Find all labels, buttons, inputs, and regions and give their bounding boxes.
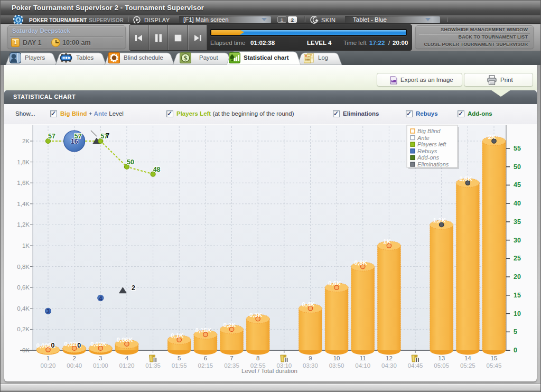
svg-text:01:00: 01:00 — [93, 362, 108, 369]
ante-label: Ante — [94, 110, 108, 117]
tab-label-players[interactable]: Players — [25, 54, 45, 61]
svg-text:15: 15 — [514, 292, 521, 299]
level-progress-bar — [210, 29, 407, 36]
stop-button[interactable] — [169, 25, 188, 51]
svg-text:0: 0 — [51, 342, 55, 349]
management-buttons-box: SHOW/HIDE MANAGEMENT WINDOW BACK TO TOUR… — [415, 25, 534, 49]
svg-text:4: 4 — [99, 295, 102, 302]
svg-text:6: 6 — [204, 355, 207, 361]
svg-text:0,8K: 0,8K — [17, 264, 30, 270]
break-icon — [150, 355, 157, 362]
eliminations-checkbox[interactable] — [333, 110, 340, 117]
players-left-checkbox[interactable] — [166, 110, 173, 117]
svg-text:05:25: 05:25 — [460, 362, 475, 369]
svg-text:4: 4 — [125, 355, 129, 361]
previous-level-button[interactable] — [129, 25, 148, 51]
pause-button[interactable] — [149, 25, 168, 51]
print-button[interactable]: Print — [464, 73, 533, 87]
add-ons-checkbox[interactable] — [458, 110, 464, 117]
svg-text:Big Blind: Big Blind — [417, 128, 441, 134]
break-icon — [281, 355, 288, 362]
svg-text:45: 45 — [514, 181, 521, 189]
chart-zone: 0K0,2K0,4K0,6K0,8K1K1,2K1,4K1,6K1,8K2K05… — [4, 124, 537, 381]
svg-text:$: $ — [184, 54, 188, 62]
close-supervisor-button[interactable]: CLOSE POKER TOURNAMENT SUPERVISOR — [418, 42, 528, 49]
rebuys-checkbox[interactable] — [406, 110, 413, 117]
skin-select-value: Tablet - Blue — [353, 16, 387, 23]
app-brand: POKER TOURNAMENT SUPERVISOR — [29, 17, 124, 23]
big-blind-checkbox[interactable] — [50, 110, 57, 117]
log-icon — [303, 52, 316, 63]
svg-text:0,4K: 0,4K — [17, 305, 30, 312]
tab-label-log[interactable]: Log — [318, 54, 328, 61]
svg-text:2K: 2K — [22, 138, 30, 144]
display-icon — [133, 16, 141, 24]
skip-back-icon — [135, 34, 143, 42]
svg-text:02:15: 02:15 — [198, 362, 213, 369]
svg-text:04:45: 04:45 — [408, 362, 423, 369]
svg-text:14: 14 — [464, 355, 471, 361]
window-title: Poker Tournament Supervisor 2 - Tourname… — [12, 4, 204, 12]
svg-text:1,2K: 1,2K — [433, 217, 446, 223]
application-window: Poker Tournament Supervisor 2 - Tourname… — [0, 0, 541, 392]
next-level-button[interactable] — [188, 25, 207, 51]
export-image-button[interactable]: Export as an Image — [377, 73, 462, 87]
svg-text:1,6K: 1,6K — [459, 175, 472, 182]
tab-label-payout[interactable]: Payout — [199, 54, 218, 61]
skin-select[interactable]: Tablet - Blue — [345, 16, 440, 23]
title-bar: Poker Tournament Supervisor 2 - Tourname… — [1, 1, 540, 15]
svg-text:0,6K: 0,6K — [328, 280, 341, 286]
svg-text:0,15K: 0,15K — [195, 327, 212, 333]
svg-text:11: 11 — [360, 355, 366, 361]
statistical-chart-icon — [229, 52, 241, 63]
screen-select[interactable]: [F1] Main screen — [179, 16, 271, 23]
clock-icon — [51, 38, 60, 47]
day-label: DAY 1 — [23, 39, 41, 46]
svg-text:05:45: 05:45 — [487, 362, 502, 369]
svg-text:03:30: 03:30 — [303, 362, 318, 369]
svg-text:2K: 2K — [488, 134, 496, 140]
svg-text:Add-ons: Add-ons — [417, 154, 439, 161]
menu-bar: POKER TOURNAMENT SUPERVISOR DISPLAY [F1]… — [1, 15, 540, 24]
svg-text:0: 0 — [77, 342, 81, 349]
screen-2-button[interactable]: 2 — [288, 16, 297, 23]
svg-text:9: 9 — [309, 355, 312, 361]
big-blind-bar — [377, 241, 400, 355]
svg-text:50: 50 — [514, 163, 521, 171]
status-bar — [1, 384, 540, 391]
payout-icon: $ — [180, 52, 192, 63]
eliminations-label: Eliminations — [343, 110, 379, 117]
svg-text:12: 12 — [386, 355, 393, 361]
time-left-value: 17:22 — [369, 40, 385, 46]
chart-panel-header: STATISTICAL CHART — [4, 90, 537, 104]
display-menu-label[interactable]: DISPLAY — [144, 17, 170, 23]
svg-text:5: 5 — [514, 328, 517, 335]
time-left-label: Time left — [343, 40, 367, 46]
break-icon — [412, 355, 419, 362]
svg-text:30: 30 — [514, 237, 521, 244]
tab-label-statistical-chart[interactable]: Statistical chart — [244, 54, 289, 61]
svg-text:1,4K: 1,4K — [17, 201, 30, 207]
playback-panel: Elapsed time 01:02:38 LEVEL 4 Time left … — [129, 24, 412, 51]
svg-text:Ante: Ante — [417, 135, 430, 141]
tab-label-blind-schedule[interactable]: Blind schedule — [124, 54, 163, 61]
screen-1-button[interactable]: 1 — [277, 16, 286, 23]
svg-text:0,4K: 0,4K — [302, 301, 315, 307]
current-level-label: LEVEL 4 — [307, 40, 331, 46]
players-left-note: (at the beginning of the round) — [212, 110, 294, 117]
big-blind-label: Big Blind — [60, 110, 87, 117]
svg-text:1,8K: 1,8K — [17, 159, 30, 165]
big-blind-bar — [299, 304, 322, 354]
svg-text:04:30: 04:30 — [381, 362, 397, 369]
tab-label-tables[interactable]: Tables — [76, 54, 94, 61]
svg-text:0: 0 — [514, 347, 517, 354]
svg-text:13: 13 — [438, 355, 445, 361]
transport-buttons — [129, 25, 207, 51]
elapsed-time-value: 01:02:38 — [250, 40, 275, 46]
svg-text:01:55: 01:55 — [172, 362, 187, 369]
skin-menu-label[interactable]: SKIN — [321, 17, 335, 23]
svg-text:Eliminations: Eliminations — [417, 161, 449, 167]
players-icon — [10, 52, 22, 63]
svg-text:1: 1 — [46, 355, 50, 361]
svg-text:Players left: Players left — [417, 141, 446, 147]
